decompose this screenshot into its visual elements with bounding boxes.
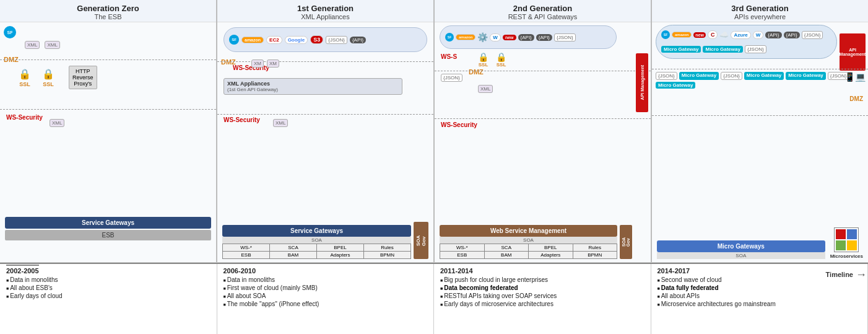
gen2-diagram: SF amazon ⚙️ W new {API} {API} {JSON} DM… [435, 22, 651, 262]
tl-date-3-text: 2014-2017 [658, 267, 690, 275]
gen0-ssl-row: 🔒 SSL 🔒 SSL HTTP Reverse Proxy's [19, 66, 97, 89]
gen3-diagram: SF amazon new C ☁️ Azure W {API} {API} {… [652, 22, 868, 262]
gen2-ssl1-group: 🔒 SSL [478, 52, 488, 68]
gen3-micro-gw-box: Micro Gateways SOA [657, 240, 825, 259]
gen3-mid-elements: {JSON} Micro Gateway {JSON} Micro Gatewa… [656, 72, 868, 89]
gen0-sf-logo: SF [4, 26, 16, 38]
tl-item-0-2: Early days of cloud [6, 292, 210, 299]
gen1-ec2-logo: EC2 [266, 36, 282, 44]
gen1-cloud: SF amazon EC2 Google S3 {JSON} {API} [224, 27, 427, 52]
gen3-api-mgmt-label: API Management [840, 48, 866, 56]
tl-item-1-1: First wave of cloud (mainly SMB) [224, 284, 428, 291]
tl-item-3-3: Microservice architectures go mainstream [658, 301, 862, 307]
gen2-ws-security: WS-Security [441, 121, 477, 128]
gen2-ssl2-label: SSL [497, 62, 506, 68]
tl-list-0: Data in monoliths All about ESB's Early … [6, 276, 210, 299]
gen3-dashed-bottom [652, 115, 868, 116]
gen0-xml3: XML [50, 118, 64, 126]
tl-item-0-0: Data in monoliths [6, 276, 210, 283]
gen2-api2: {API} [536, 34, 552, 41]
gen3-ms-blue [847, 229, 857, 239]
gen0-ssl2-label: SSL [43, 81, 54, 87]
gen2-new-badge: new [503, 35, 516, 40]
gen2-dmz-label: DMZ [469, 68, 484, 76]
gen1-gw-soa: SOA [222, 237, 411, 244]
gen1-t2: SCA [270, 244, 316, 251]
gen3-json1: {JSON} [802, 31, 823, 39]
gen3-micro-gw-cloud1: Micro Gateway [661, 46, 701, 53]
gen1-xml-row: XM XM [251, 59, 279, 68]
gen1-t7: Adapters [317, 252, 363, 258]
gen1-xml2: XM [267, 59, 279, 68]
gen3-api1: {API} [765, 32, 781, 38]
gen0-ssl2-group: 🔒 SSL [42, 68, 54, 87]
gen3-ms-grid [834, 227, 859, 252]
gen0-service-gw: Service Gateways ESB [5, 217, 211, 240]
main-container: Generation Zero The ESB SF DMZ XML XML [0, 0, 868, 334]
gen1-t4: Rules [364, 244, 410, 251]
gen3-json-mid1: {JSON} [656, 72, 677, 80]
tl-date-0: 2002-2005 [6, 267, 210, 275]
gen2-lock2-icon: 🔒 [496, 52, 506, 62]
gen2-json1: {JSON} [554, 33, 576, 42]
gen0-gw-title: Service Gateways [5, 217, 211, 229]
gen2-api-mgmt-label: API Management [640, 65, 644, 100]
gen0-ssl1-group: 🔒 SSL [19, 68, 31, 87]
gen0-http-proxy: HTTP Reverse Proxy's [69, 66, 97, 89]
gen3-micro-gw-cloud2: Micro Gateway [703, 46, 742, 53]
gen3-dashed-top [652, 69, 868, 69]
gen2-table: WS-* SCA BPEL Rules ESB BAM Adapters BPM… [440, 244, 617, 259]
gen3-header: 3rd Generation APIs everywhere [652, 0, 868, 22]
gen1-gw-title: Service Gateways [222, 225, 411, 237]
gen2-bottom-row: Web Service Management SOA WS-* SCA BPEL… [440, 225, 632, 259]
gen3-micro-gw1: Micro Gateway [679, 72, 719, 80]
gen2-ssl-row: 🔒 SSL 🔒 SSL [478, 52, 506, 68]
gen1-json-badge: {JSON} [326, 36, 347, 44]
gen1-subtitle: XML Appliances [220, 13, 431, 20]
tl-item-0-1: All about ESB's [6, 284, 210, 291]
tl-item-3-2: All about APIs [658, 292, 862, 299]
gen2-t4: Rules [573, 244, 617, 251]
gen3-micro-gw-title: Micro Gateways [657, 240, 825, 252]
gen1-api-badge: {API} [350, 37, 366, 43]
gen3-json-mid2: {JSON} [721, 72, 742, 80]
gen3-json2: {JSON} [745, 45, 766, 53]
gen1-xml-appliances-sub: (1st Gen API Gateway) [227, 87, 399, 92]
tl-list-1: Data in monoliths First wave of cloud (m… [224, 276, 428, 307]
gen1-dashed-top [217, 61, 433, 62]
gen3-section: 3rd Generation APIs everywhere SF amazon… [652, 0, 868, 262]
gen3-azure-logo: Azure [731, 31, 750, 39]
gen3-micro-gw-soa: SOA [657, 252, 825, 259]
tl-sec-0: 2002-2005 Data in monoliths All about ES… [0, 264, 217, 334]
tl-item-2-1: Data becoming federated [440, 284, 644, 291]
tl-item-2-2: RESTful APIs taking over SOAP services [440, 292, 644, 299]
tl-date-0-text: 2002-2005 [6, 265, 39, 275]
gen2-sf-logo: SF [445, 33, 454, 42]
gen3-dmz-label: DMZ [849, 95, 863, 102]
gen2-header: 2nd Generation REST & API Gateways [435, 0, 651, 22]
gen2-wsm-soa: SOA [440, 237, 617, 244]
gen0-subtitle: The ESB [2, 13, 214, 20]
gen1-section: 1st Generation XML Appliances SF amazon … [217, 0, 435, 262]
gen3-cloud-icon: ☁️ [719, 30, 729, 39]
gen3-subtitle: APIs everywhere [654, 13, 866, 20]
tl-item-1-0: Data in monoliths [224, 276, 428, 283]
gen0-section: Generation Zero The ESB SF DMZ XML XML [0, 0, 217, 262]
gen2-wss-label: WS-S [441, 53, 457, 60]
gen1-gw-box: Service Gateways SOA WS-* SCA BPEL Rules… [222, 225, 411, 259]
gen2-t2: SCA [485, 244, 529, 251]
gen3-api2: {API} [784, 32, 800, 38]
gen2-azure-icon: ⚙️ [477, 32, 488, 42]
gen1-ws-security-bot: WS-Security [224, 116, 260, 123]
gen1-xml-appliances: XML Appliances (1st Gen API Gateway) [224, 78, 402, 95]
gen2-title: 2nd Generation [437, 4, 648, 13]
gen3-microservices-group: Microservices [830, 227, 863, 259]
gen0-lock2-icon: 🔒 [42, 68, 54, 80]
gen0-xml-row: XML XML [25, 41, 60, 49]
gen1-t5: ESB [223, 252, 269, 258]
gen1-s3-logo: S3 [310, 35, 323, 44]
gen1-bottom-row: Service Gateways SOA WS-* SCA BPEL Rules… [222, 222, 428, 259]
gen0-dashed-bottom [0, 109, 216, 110]
gen2-w-logo: W [490, 33, 501, 42]
gen1-t1: WS-* [223, 244, 269, 251]
